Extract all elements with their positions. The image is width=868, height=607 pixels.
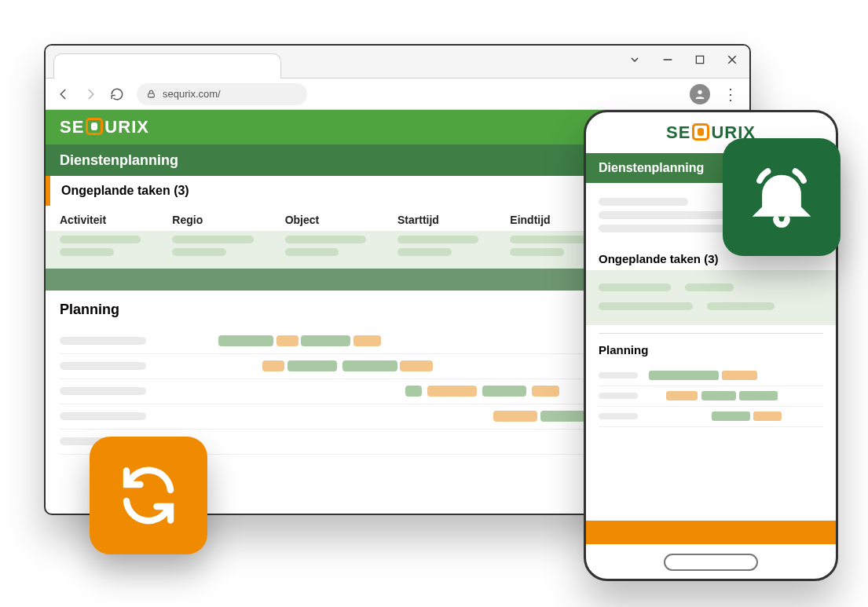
gantt-segment[interactable] <box>427 386 477 397</box>
forward-icon[interactable] <box>83 87 97 101</box>
gantt-segment[interactable] <box>405 386 422 397</box>
bell-icon <box>749 164 815 230</box>
gantt-segment[interactable] <box>649 371 719 380</box>
gantt-segment[interactable] <box>218 335 273 346</box>
svg-rect-1 <box>696 56 703 63</box>
gantt-row[interactable] <box>599 366 823 386</box>
mobile-gantt-chart <box>586 361 836 427</box>
mobile-home-button[interactable] <box>664 554 758 571</box>
gantt-row-label <box>60 362 146 370</box>
gantt-row[interactable] <box>599 407 823 427</box>
sync-badge <box>90 437 207 554</box>
gantt-segment[interactable] <box>493 411 537 422</box>
browser-address-bar: sequrix.com/ ⋮ <box>46 79 749 110</box>
mobile-bottom-bar[interactable] <box>586 521 836 544</box>
col-starttijd: Starttijd <box>397 214 510 226</box>
svg-point-5 <box>698 90 701 93</box>
back-icon[interactable] <box>57 87 71 101</box>
col-regio: Regio <box>172 214 284 226</box>
url-field[interactable]: sequrix.com/ <box>137 83 307 105</box>
notification-badge <box>723 138 841 256</box>
profile-avatar-icon[interactable] <box>690 84 710 104</box>
minimize-icon[interactable] <box>661 53 674 66</box>
gantt-segment[interactable] <box>540 411 590 422</box>
sync-icon <box>115 463 181 528</box>
mobile-unplanned-row[interactable] <box>586 270 836 325</box>
chevron-down-icon[interactable] <box>628 53 641 66</box>
gantt-row[interactable] <box>599 386 823 407</box>
lock-icon <box>146 89 156 99</box>
col-object: Object <box>285 214 397 226</box>
mobile-planning-heading: Planning <box>586 334 836 361</box>
gantt-row-label <box>60 387 146 395</box>
url-text: sequrix.com/ <box>163 88 221 100</box>
browser-menu-icon[interactable]: ⋮ <box>723 86 738 102</box>
gantt-row-label <box>60 412 146 420</box>
gantt-row-label <box>599 372 638 378</box>
gantt-segment[interactable] <box>353 335 381 346</box>
maximize-icon[interactable] <box>694 54 705 65</box>
gantt-segment[interactable] <box>400 360 433 371</box>
gantt-segment[interactable] <box>342 360 397 371</box>
reload-icon[interactable] <box>110 87 124 101</box>
close-icon[interactable] <box>726 53 738 66</box>
gantt-segment[interactable] <box>666 391 698 400</box>
browser-titlebar <box>46 46 749 79</box>
browser-tab[interactable] <box>53 53 281 79</box>
gantt-segment[interactable] <box>701 391 736 400</box>
gantt-segment[interactable] <box>482 386 526 397</box>
svg-rect-4 <box>148 93 155 97</box>
gantt-row-label <box>599 413 638 419</box>
gantt-segment[interactable] <box>739 391 778 400</box>
gantt-segment[interactable] <box>532 386 559 397</box>
gantt-segment[interactable] <box>277 335 298 346</box>
brand-logo: SEURIX <box>60 117 149 137</box>
gantt-segment[interactable] <box>712 411 750 421</box>
gantt-row-label <box>599 393 638 399</box>
col-activiteit: Activiteit <box>60 214 172 226</box>
gantt-segment[interactable] <box>301 335 350 346</box>
gantt-row-label <box>60 337 146 345</box>
gantt-segment[interactable] <box>722 371 756 380</box>
gantt-segment[interactable] <box>753 411 782 421</box>
gantt-segment[interactable] <box>288 360 337 371</box>
gantt-segment[interactable] <box>262 360 284 371</box>
